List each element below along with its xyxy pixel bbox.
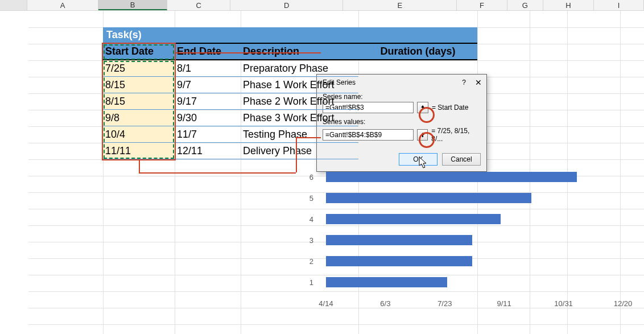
table-cell[interactable]: 11/11 [103,143,175,159]
table-cell[interactable]: 10/4 [103,126,175,143]
chart-x-tick-label: 12/20 [609,299,637,308]
column-header-g[interactable]: G [507,0,543,10]
column-header-h[interactable]: H [543,0,594,10]
chart-x-tick-label: 7/23 [431,299,459,308]
annotation-connector [296,137,297,172]
table-cell[interactable]: 12/11 [175,143,241,159]
chart-y-tick-label: 1 [303,278,313,287]
column-header-a[interactable]: A [27,0,98,10]
tasks-banner: Task(s) [103,27,477,44]
dialog-help-button[interactable]: ? [462,79,466,86]
chart-y-tick-label: 5 [303,194,313,203]
chart-x-tick-label: 9/11 [490,299,518,308]
chart-bar[interactable] [326,235,472,245]
chart-bar[interactable] [326,277,447,287]
series-name-preview: = Start Date [432,104,468,112]
table-cell[interactable]: Testing Phase [241,126,358,143]
table-cell[interactable]: 9/8 [103,110,175,126]
table-cell[interactable]: Preparatory Phase [241,60,358,77]
table-cell[interactable]: 8/15 [103,77,175,93]
table-cell[interactable]: 9/30 [175,110,241,126]
annotation-connector [139,172,296,174]
chart-y-tick-label: 4 [303,215,313,224]
collapse-dialog-button[interactable] [417,129,428,141]
select-all-box[interactable] [0,0,27,10]
chart-y-tick-label: 6 [303,173,313,182]
series-values-preview: = 7/25, 8/15, 8/... [431,127,481,143]
chart-x-tick-label: 10/31 [550,299,577,308]
ok-button[interactable]: OK [399,153,437,166]
column-header-c[interactable]: C [167,0,230,10]
chart-y-tick-label: 3 [303,236,313,245]
bar-chart[interactable]: 6543214/146/37/239/1110/3112/20 [316,168,634,321]
chart-bar[interactable] [326,193,531,203]
chart-y-tick-label: 2 [303,257,313,266]
table-cell[interactable]: Delivery Phase [241,143,358,159]
table-cell[interactable]: 7/25 [103,60,175,77]
chart-bar[interactable] [326,172,577,182]
collapse-dialog-button[interactable] [417,102,428,113]
chart-bar[interactable] [326,256,472,266]
chart-x-tick-label: 6/3 [371,299,399,308]
column-header-f[interactable]: F [457,0,507,10]
table-cell[interactable]: 9/17 [175,93,241,110]
annotation-connector [296,137,321,138]
chart-x-tick-label: 4/14 [312,299,340,308]
table-cell[interactable]: Phase 1 Work Effort [241,77,358,93]
table-cell[interactable]: 9/7 [175,77,241,93]
table-header-e: Duration (days) [358,44,477,60]
table-cell[interactable]: 8/1 [175,60,241,77]
table-cell[interactable]: 11/7 [175,126,241,143]
table-cell[interactable]: 8/15 [103,93,175,110]
cancel-button[interactable]: Cancel [442,153,481,166]
annotation-connector [176,52,321,53]
chart-bar[interactable] [326,214,501,224]
column-header-e[interactable]: E [343,0,457,10]
close-icon[interactable]: ✕ [475,78,482,87]
column-header-b[interactable]: B [98,0,167,10]
column-header-i[interactable]: I [594,0,644,10]
table-header-b: Start Date [103,44,175,60]
column-header-row: ABCDEFGHI [0,0,644,11]
table-cell[interactable]: Phase 3 Work Effort [241,110,358,126]
table-cell[interactable]: Phase 2 Work Effort [241,93,358,110]
column-header-d[interactable]: D [230,0,343,10]
annotation-connector [139,160,140,173]
